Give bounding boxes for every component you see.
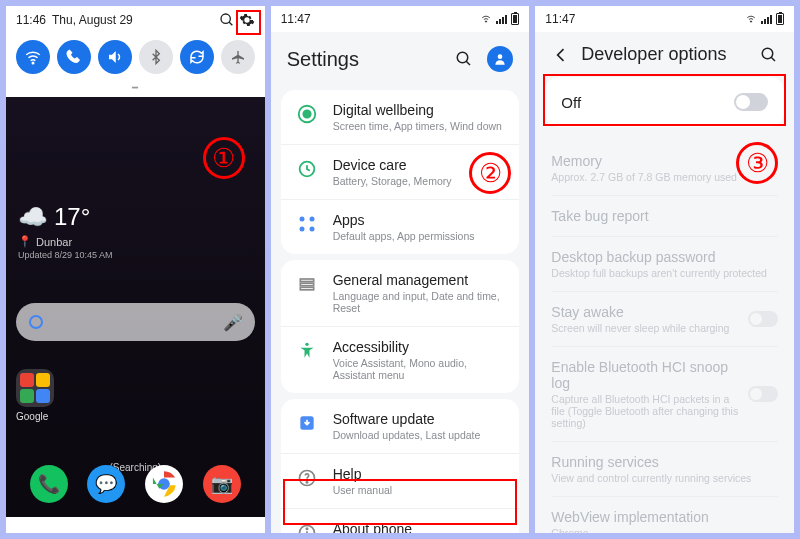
highlight-box-gear bbox=[236, 10, 261, 35]
location-pin-icon: 📍 bbox=[18, 235, 32, 248]
airplane-toggle-icon[interactable] bbox=[221, 40, 255, 74]
dev-item-stay-awake[interactable]: Stay awake Screen will never sleep while… bbox=[551, 292, 778, 347]
settings-row-update[interactable]: Software updateDownload updates, Last up… bbox=[281, 399, 520, 454]
home-wallpaper: ① ☁️17° 📍Dunbar Updated 8/29 10:45 AM 🎤 … bbox=[6, 97, 265, 517]
item-title: Running services bbox=[551, 454, 778, 470]
clock-time: 11:46 bbox=[16, 13, 46, 27]
home-screen-panel: 11:46 Thu, August 29 ━ ① bbox=[6, 6, 265, 533]
sound-toggle-icon[interactable] bbox=[98, 40, 132, 74]
weather-widget[interactable]: ☁️17° 📍Dunbar Updated 8/29 10:45 AM bbox=[18, 203, 113, 260]
wifi-toggle-icon[interactable] bbox=[16, 40, 50, 74]
row-title: Accessibility bbox=[333, 339, 506, 355]
svg-line-8 bbox=[467, 61, 471, 65]
devicecare-icon bbox=[295, 157, 319, 181]
update-icon bbox=[295, 411, 319, 435]
clock-time: 11:47 bbox=[545, 12, 575, 26]
search-icon[interactable] bbox=[455, 50, 473, 68]
quick-settings-row bbox=[6, 34, 265, 82]
status-bar: 11:46 Thu, August 29 bbox=[6, 6, 265, 34]
developer-header: Developer options bbox=[535, 32, 794, 77]
signal-icon bbox=[496, 14, 507, 24]
settings-row-apps[interactable]: AppsDefault apps, App permissions bbox=[281, 200, 520, 254]
developer-options-panel: 11:47 Developer options Off ③ Memory App… bbox=[535, 6, 794, 533]
clock-time: 11:47 bbox=[281, 12, 311, 26]
toggle-switch[interactable] bbox=[748, 311, 778, 327]
wellbeing-icon bbox=[295, 102, 319, 126]
status-bar: 11:47 bbox=[535, 6, 794, 32]
drag-handle[interactable]: ━ bbox=[6, 82, 265, 97]
settings-row-wellbeing[interactable]: Digital wellbeingScreen time, App timers… bbox=[281, 90, 520, 145]
phone-app-icon[interactable]: 📞 bbox=[30, 465, 68, 503]
chrome-app-icon[interactable] bbox=[145, 465, 183, 503]
search-icon[interactable] bbox=[219, 12, 235, 28]
item-title: Enable Bluetooth HCI snoop log bbox=[551, 359, 740, 391]
svg-point-2 bbox=[32, 62, 34, 64]
svg-point-13 bbox=[299, 217, 304, 222]
apps-icon bbox=[295, 212, 319, 236]
wifi-status-icon bbox=[745, 14, 757, 24]
row-subtitle: Battery, Storage, Memory bbox=[333, 175, 452, 187]
back-icon[interactable] bbox=[551, 45, 571, 65]
item-title: Desktop backup password bbox=[551, 249, 778, 265]
signal-icon bbox=[761, 14, 772, 24]
search-icon[interactable] bbox=[760, 46, 778, 64]
google-search-bar[interactable]: 🎤 bbox=[16, 303, 255, 341]
page-title: Developer options bbox=[581, 44, 726, 65]
row-title: Device care bbox=[333, 157, 452, 173]
row-subtitle: Screen time, App timers, Wind down bbox=[333, 120, 502, 132]
status-bar: 11:47 bbox=[271, 6, 530, 32]
settings-row-accessibility[interactable]: AccessibilityVoice Assistant, Mono audio… bbox=[281, 327, 520, 393]
toggle-switch[interactable] bbox=[748, 386, 778, 402]
svg-point-7 bbox=[458, 52, 469, 63]
svg-point-27 bbox=[750, 21, 751, 22]
item-subtitle: Screen will never sleep while charging bbox=[551, 322, 740, 334]
dev-item-bugreport[interactable]: Take bug report bbox=[551, 196, 778, 237]
svg-point-0 bbox=[221, 14, 230, 23]
svg-rect-19 bbox=[300, 287, 313, 290]
item-title: Take bug report bbox=[551, 208, 778, 224]
svg-rect-17 bbox=[300, 279, 313, 282]
row-subtitle: Default apps, App permissions bbox=[333, 230, 475, 242]
account-avatar[interactable] bbox=[487, 46, 513, 72]
svg-point-9 bbox=[498, 54, 503, 59]
google-logo-icon bbox=[28, 314, 44, 330]
svg-point-11 bbox=[303, 110, 310, 117]
row-title: Software update bbox=[333, 411, 481, 427]
svg-point-14 bbox=[309, 217, 314, 222]
svg-line-29 bbox=[771, 57, 775, 61]
svg-point-16 bbox=[309, 227, 314, 232]
location-name: Dunbar bbox=[36, 236, 72, 248]
item-subtitle: Desktop full backups aren't currently pr… bbox=[551, 267, 778, 279]
app-folder[interactable] bbox=[16, 369, 54, 407]
dev-item-webview[interactable]: WebView implementation Chrome bbox=[551, 497, 778, 533]
item-subtitle: Capture all Bluetooth HCI packets in a f… bbox=[551, 393, 740, 429]
step-badge-1: ① bbox=[203, 137, 245, 179]
row-title: Apps bbox=[333, 212, 475, 228]
svg-line-1 bbox=[229, 22, 232, 25]
temperature: 17° bbox=[54, 203, 90, 231]
highlight-box-off bbox=[543, 74, 786, 126]
settings-group-2: General managementLanguage and input, Da… bbox=[281, 260, 520, 393]
rotate-toggle-icon[interactable] bbox=[180, 40, 214, 74]
bluetooth-toggle-icon[interactable] bbox=[139, 40, 173, 74]
general-icon bbox=[295, 272, 319, 296]
dev-item-bt-snoop[interactable]: Enable Bluetooth HCI snoop log Capture a… bbox=[551, 347, 778, 442]
calls-toggle-icon[interactable] bbox=[57, 40, 91, 74]
step-badge-3: ③ bbox=[736, 142, 778, 184]
svg-point-28 bbox=[762, 48, 773, 59]
item-title: Stay awake bbox=[551, 304, 740, 320]
messages-app-icon[interactable]: 💬 bbox=[87, 465, 125, 503]
dev-item-backup-password[interactable]: Desktop backup password Desktop full bac… bbox=[551, 237, 778, 292]
page-title: Settings bbox=[287, 48, 359, 71]
weather-updated: Updated 8/29 10:45 AM bbox=[18, 250, 113, 260]
battery-icon bbox=[776, 13, 784, 25]
svg-point-26 bbox=[306, 528, 307, 529]
mic-icon[interactable]: 🎤 bbox=[223, 313, 243, 332]
camera-app-icon[interactable]: 📷 bbox=[203, 465, 241, 503]
wifi-status-icon bbox=[480, 14, 492, 24]
settings-row-general[interactable]: General managementLanguage and input, Da… bbox=[281, 260, 520, 327]
settings-header: Settings bbox=[271, 32, 530, 84]
svg-point-6 bbox=[486, 21, 487, 22]
dev-item-running-services[interactable]: Running services View and control curren… bbox=[551, 442, 778, 497]
item-subtitle: View and control currently running servi… bbox=[551, 472, 778, 484]
